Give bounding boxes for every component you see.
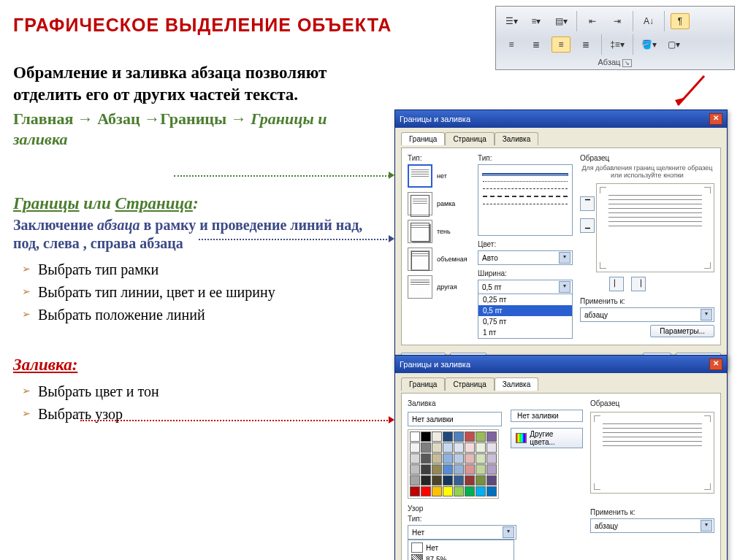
apply-combo[interactable]: абзацу ▾	[580, 307, 714, 322]
color-swatch[interactable]	[421, 464, 431, 475]
tab-page[interactable]: Страница	[445, 377, 494, 391]
type-none[interactable]: нет	[408, 164, 470, 188]
tab-border[interactable]: Граница	[401, 132, 445, 145]
color-swatch[interactable]	[443, 464, 453, 475]
align-right-button[interactable]: ≡	[552, 37, 570, 53]
border-bottom-button[interactable]: ▁	[580, 218, 595, 233]
color-swatch[interactable]	[443, 442, 453, 453]
align-center-button[interactable]: ≣	[527, 37, 546, 53]
preview-area[interactable]	[596, 183, 714, 272]
close-button[interactable]: ✕	[709, 113, 722, 125]
color-swatch[interactable]	[465, 464, 475, 475]
increase-indent-button[interactable]: ⇥	[608, 13, 627, 29]
number-list-button[interactable]: ≡▾	[527, 13, 546, 29]
color-swatch[interactable]	[465, 475, 475, 486]
apply-combo[interactable]: абзацу ▾	[590, 518, 714, 533]
pattern-dropdown-list[interactable]: Нет 87,5% 90% 95% Тем. гориз. Тем. верт.	[408, 540, 514, 560]
color-swatch[interactable]	[486, 431, 497, 442]
color-swatch[interactable]	[465, 431, 475, 442]
color-swatch[interactable]	[486, 464, 497, 475]
border-left-button[interactable]: ▏	[609, 277, 624, 291]
type-3d[interactable]: объемная	[408, 248, 470, 271]
tab-border[interactable]: Граница	[401, 377, 445, 391]
color-swatch[interactable]	[432, 453, 442, 464]
color-swatch[interactable]	[465, 442, 475, 453]
color-swatch[interactable]	[443, 475, 453, 486]
color-swatch[interactable]	[410, 475, 420, 486]
width-option[interactable]: 0,25 пт	[478, 294, 572, 305]
color-swatch[interactable]	[432, 431, 442, 442]
width-dropdown-list[interactable]: 0,25 пт 0,5 пт 0,75 пт 1 пт	[478, 294, 573, 339]
color-swatch[interactable]	[454, 442, 464, 453]
color-swatch[interactable]	[421, 475, 431, 486]
color-swatch[interactable]	[454, 464, 464, 475]
color-swatch[interactable]	[432, 464, 442, 475]
color-swatch[interactable]	[432, 442, 442, 453]
color-swatch[interactable]	[421, 442, 431, 453]
color-swatch[interactable]	[476, 464, 486, 475]
align-left-button[interactable]: ≡	[502, 37, 521, 53]
color-swatch[interactable]	[410, 464, 420, 475]
more-colors-button[interactable]: Другие цвета...	[511, 428, 583, 448]
line-style-list[interactable]	[478, 164, 573, 236]
color-swatch[interactable]	[465, 486, 475, 496]
color-swatch[interactable]	[454, 453, 464, 464]
border-right-button[interactable]: ▕	[631, 277, 646, 291]
width-combo[interactable]: 0,5 пт ▾	[478, 280, 573, 294]
color-swatch[interactable]	[476, 431, 486, 442]
borders-button[interactable]: ▢▾	[664, 37, 683, 53]
color-swatch[interactable]	[454, 431, 464, 442]
tab-shading[interactable]: Заливка	[495, 377, 539, 391]
color-swatch[interactable]	[443, 431, 453, 442]
color-combo[interactable]: Авто ▾	[478, 250, 573, 265]
width-option[interactable]: 0,5 пт	[478, 305, 572, 316]
border-top-button[interactable]: ▔	[580, 196, 595, 211]
multilevel-list-button[interactable]: ▤▾	[552, 13, 570, 29]
color-swatch[interactable]	[454, 486, 464, 496]
color-swatch[interactable]	[486, 442, 497, 453]
color-swatch[interactable]	[476, 475, 486, 486]
tab-shading[interactable]: Заливка	[495, 132, 539, 145]
line-spacing-button[interactable]: ‡≡▾	[608, 37, 627, 53]
tab-page[interactable]: Страница	[445, 132, 494, 145]
pattern-combo[interactable]: Нет ▾	[408, 525, 516, 540]
sort-button[interactable]: A↓	[639, 13, 658, 29]
dialog-launcher-icon[interactable]: ↘	[622, 59, 632, 67]
pattern-option[interactable]: 87,5%	[410, 553, 512, 560]
color-swatch[interactable]	[476, 453, 486, 464]
color-swatch[interactable]	[476, 486, 486, 496]
color-swatch[interactable]	[410, 453, 420, 464]
color-swatch[interactable]	[432, 475, 442, 486]
color-swatch[interactable]	[465, 453, 475, 464]
color-swatch[interactable]	[476, 442, 486, 453]
width-option[interactable]: 1 пт	[478, 327, 572, 338]
color-swatch[interactable]	[410, 442, 420, 453]
type-custom[interactable]: другая	[408, 275, 470, 299]
justify-button[interactable]: ≣	[576, 37, 595, 53]
close-button[interactable]: ✕	[709, 358, 722, 370]
dialog-titlebar[interactable]: Границы и заливка ✕	[395, 356, 727, 373]
show-marks-button[interactable]: ¶	[671, 13, 690, 29]
color-swatch[interactable]	[443, 486, 453, 496]
type-box[interactable]: рамка	[408, 192, 470, 215]
color-swatch[interactable]	[421, 453, 431, 464]
color-swatch[interactable]	[432, 486, 442, 496]
no-fill-combo[interactable]: Нет заливки	[408, 412, 502, 426]
bullet-list-button[interactable]: ☰▾	[502, 13, 521, 29]
color-palette[interactable]	[408, 429, 499, 499]
color-swatch[interactable]	[421, 431, 431, 442]
color-swatch[interactable]	[421, 486, 431, 496]
color-swatch[interactable]	[454, 475, 464, 486]
dialog-titlebar[interactable]: Границы и заливка ✕	[395, 110, 727, 128]
color-swatch[interactable]	[410, 431, 420, 442]
width-option[interactable]: 0,75 пт	[478, 316, 572, 327]
color-swatch[interactable]	[486, 475, 497, 486]
decrease-indent-button[interactable]: ⇤	[583, 13, 602, 29]
color-swatch[interactable]	[443, 453, 453, 464]
color-swatch[interactable]	[486, 453, 497, 464]
no-fill-button[interactable]: Нет заливки	[511, 410, 583, 422]
options-button[interactable]: Параметры...	[650, 325, 714, 337]
pattern-option[interactable]: Нет	[410, 542, 512, 553]
color-swatch[interactable]	[410, 486, 420, 496]
color-swatch[interactable]	[486, 486, 497, 496]
